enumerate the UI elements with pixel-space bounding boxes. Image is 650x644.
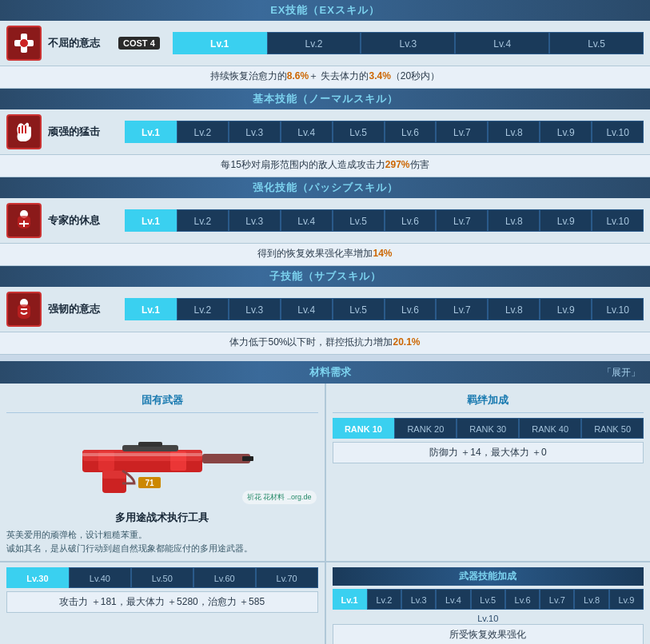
sub-level-bar: Lv.1 Lv.2 Lv.3 Lv.4 Lv.5 Lv.6 Lv.7 Lv.8 … [125,298,644,320]
sub-level-6[interactable]: Lv.6 [385,298,437,320]
enhanced-level-7[interactable]: Lv.7 [436,209,488,232]
sub-level-4[interactable]: Lv.4 [281,298,333,320]
materials-title: 材料需求 [58,365,602,380]
rank-bar: RANK 10 RANK 20 RANK 30 RANK 40 RANK 50 [333,418,644,439]
enhanced-level-3[interactable]: Lv.3 [229,209,281,232]
ex-level-1[interactable]: Lv.1 [173,32,267,54]
ex-skill-header: EX技能（EXスキル） [0,0,650,21]
sub-level-8[interactable]: Lv.8 [488,298,540,320]
sub-skill-desc: 体力低于50%以下时，群控抵抗力增加20.1% [0,332,650,354]
enhanced-level-8[interactable]: Lv.8 [488,209,540,232]
enhanced-level-4[interactable]: Lv.4 [281,209,333,232]
expand-button[interactable]: 「展开」 [602,366,640,380]
basic-level-7[interactable]: Lv.7 [436,121,488,143]
enhanced-level-10[interactable]: Lv.10 [592,209,644,232]
weapon-image: 71 祈花 花材料 ..org.de [6,418,318,506]
wskill-3[interactable]: Lv.3 [401,589,436,610]
enhanced-level-6[interactable]: Lv.6 [385,209,437,232]
sub-skill-row: 强韧的意志 Lv.1 Lv.2 Lv.3 Lv.4 Lv.5 Lv.6 Lv.7… [0,287,650,355]
spacer [0,355,650,361]
basic-level-2[interactable]: Lv.2 [177,121,229,143]
rank-50[interactable]: RANK 50 [581,418,644,439]
wskill-lv10-label: Lv.10 [333,613,644,624]
wskill-6[interactable]: Lv.6 [505,589,540,610]
wskill-5[interactable]: Lv.5 [471,589,505,610]
svg-rect-12 [138,442,162,447]
enhanced-level-5[interactable]: Lv.5 [333,209,385,232]
wskill-9[interactable]: Lv.9 [609,589,644,610]
basic-level-3[interactable]: Lv.3 [229,121,281,143]
ex-skill-icon [6,26,42,61]
wlevel-70[interactable]: Lv.70 [256,567,318,588]
wlevel-50[interactable]: Lv.50 [131,567,193,588]
ex-skill-desc: 持续恢复治愈力的8.6%＋ 失去体力的3.4%（20秒内） [0,66,650,88]
sub-skill-header: 子技能（サブスキル） [0,266,650,287]
basic-level-bar: Lv.1 Lv.2 Lv.3 Lv.4 Lv.5 Lv.6 Lv.7 Lv.8 … [125,121,644,143]
basic-skill-desc: 每15秒对扇形范围内的敌人造成攻击力297%伤害 [0,154,650,177]
enhanced-level-1[interactable]: Lv.1 [125,209,177,232]
basic-level-4[interactable]: Lv.4 [281,121,333,143]
wskill-2[interactable]: Lv.2 [367,589,401,610]
svg-point-2 [20,39,28,47]
bond-sub-header: 羁绊加成 [333,390,644,413]
weapon-level-bar: Lv.30 Lv.40 Lv.50 Lv.60 Lv.70 [6,567,318,588]
bottom-section: Lv.30 Lv.40 Lv.50 Lv.60 Lv.70 攻击力 ＋181，最… [0,561,650,644]
enhanced-skill-header: 强化技能（パッシブスキル） [0,177,650,198]
sub-level-10[interactable]: Lv.10 [592,298,644,320]
basic-level-1[interactable]: Lv.1 [125,121,177,143]
weapon-section: 固有武器 [0,384,326,561]
wskill-1[interactable]: Lv.1 [333,589,367,610]
sub-level-2[interactable]: Lv.2 [177,298,229,320]
wlevel-60[interactable]: Lv.60 [193,567,256,588]
weapon-name: 多用途战术执行工具 [6,511,318,525]
sub-level-5[interactable]: Lv.5 [333,298,385,320]
sub-level-1[interactable]: Lv.1 [125,298,177,320]
svg-text:71: 71 [145,479,154,487]
basic-skill-header: 基本技能（ノーマルスキル） [0,89,650,109]
weapon-sub-header: 固有武器 [6,390,318,413]
enhanced-skill-desc: 得到的恢复效果强化率增加14% [0,243,650,265]
materials-body: 固有武器 [0,384,650,561]
sub-skill-icon [6,292,42,327]
basic-skill-name: 顽强的猛击 [48,125,112,139]
basic-skill-icon [6,114,42,149]
sub-level-9[interactable]: Lv.9 [540,298,592,320]
enhanced-level-bar: Lv.1 Lv.2 Lv.3 Lv.4 Lv.5 Lv.6 Lv.7 Lv.8 … [125,209,644,232]
rank-20[interactable]: RANK 20 [394,418,457,439]
ex-level-4[interactable]: Lv.4 [455,32,549,54]
ex-level-bar: Lv.1 Lv.2 Lv.3 Lv.4 Lv.5 [173,32,644,54]
basic-level-5[interactable]: Lv.5 [333,121,385,143]
bond-section: 羁绊加成 RANK 10 RANK 20 RANK 30 RANK 40 RAN… [326,384,651,561]
basic-skill-row: 顽强的猛击 Lv.1 Lv.2 Lv.3 Lv.4 Lv.5 Lv.6 Lv.7… [0,109,650,177]
sub-level-7[interactable]: Lv.7 [436,298,488,320]
cost-badge: COST 4 [118,37,160,50]
wskill-7[interactable]: Lv.7 [540,589,574,610]
wlevel-40[interactable]: Lv.40 [69,567,131,588]
rank-40[interactable]: RANK 40 [519,418,581,439]
weapon-level-desc: 攻击力 ＋181，最大体力 ＋5280，治愈力 ＋585 [6,591,318,613]
rank-30[interactable]: RANK 30 [457,418,519,439]
basic-level-8[interactable]: Lv.8 [488,121,540,143]
wskill-4[interactable]: Lv.4 [436,589,470,610]
ex-level-3[interactable]: Lv.3 [361,32,455,54]
rank-10[interactable]: RANK 10 [333,418,395,439]
watermark: 祈花 花材料 ..org.de [242,491,317,504]
weapon-skill-bar: Lv.1 Lv.2 Lv.3 Lv.4 Lv.5 Lv.6 Lv.7 Lv.8 … [333,589,644,610]
weapon-desc-1: 英美爱用的顽弹枪，设计粗糙苯重。 诚如其名，是从破门行动到超自然现象都能应付的多… [6,528,318,555]
wskill-8[interactable]: Lv.8 [574,589,608,610]
wlevel-30[interactable]: Lv.30 [6,567,69,588]
enhanced-skill-name: 专家的休息 [48,213,112,228]
ex-level-2[interactable]: Lv.2 [267,32,361,54]
rank-desc: 防御力 ＋14，最大体力 ＋0 [333,442,644,463]
weapon-level-section: Lv.30 Lv.40 Lv.50 Lv.60 Lv.70 攻击力 ＋181，最… [0,563,326,644]
sub-level-3[interactable]: Lv.3 [229,298,281,320]
basic-level-10[interactable]: Lv.10 [592,121,644,143]
basic-level-9[interactable]: Lv.9 [540,121,592,143]
sub-skill-name: 强韧的意志 [48,302,112,316]
ex-level-5[interactable]: Lv.5 [549,32,644,54]
basic-level-6[interactable]: Lv.6 [385,121,437,143]
enhanced-level-9[interactable]: Lv.9 [540,209,592,232]
weapon-skill-title: 武器技能加成 [333,567,644,586]
enhanced-level-2[interactable]: Lv.2 [177,209,229,232]
svg-rect-15 [82,453,202,456]
